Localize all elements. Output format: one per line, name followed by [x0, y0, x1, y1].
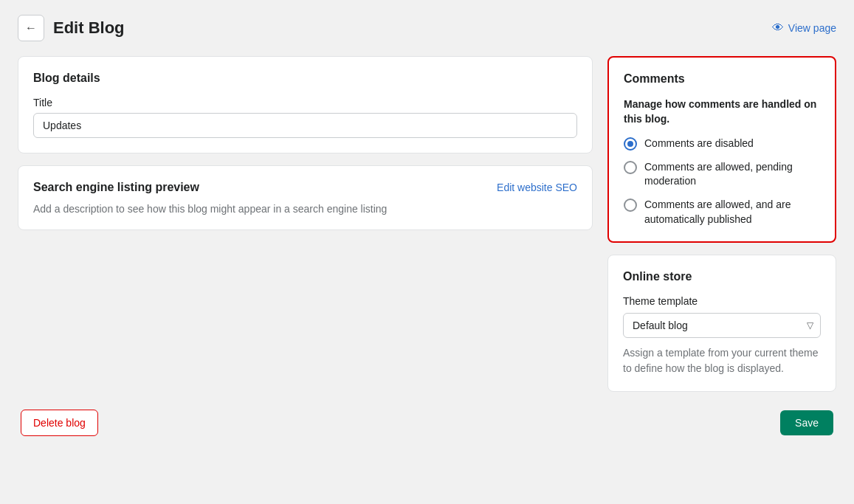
- online-store-title: Online store: [623, 270, 821, 283]
- page-header: ← Edit Blog 👁 View page: [18, 15, 836, 41]
- right-column: Comments Manage how comments are handled…: [607, 56, 836, 392]
- back-button[interactable]: ←: [18, 15, 44, 41]
- view-page-label: View page: [788, 22, 836, 34]
- radio-item-disabled[interactable]: Comments are disabled: [624, 137, 820, 151]
- seo-title: Search engine listing preview: [33, 181, 199, 194]
- radio-pending[interactable]: [624, 161, 637, 174]
- main-layout: Blog details Title Search engine listing…: [18, 56, 836, 392]
- view-page-link[interactable]: 👁 View page: [772, 21, 836, 35]
- radio-item-pending[interactable]: Comments are allowed, pending moderation: [624, 160, 820, 189]
- blog-title-input[interactable]: [33, 113, 577, 138]
- save-button[interactable]: Save: [780, 410, 833, 435]
- theme-template-label: Theme template: [623, 295, 821, 307]
- online-store-card: Online store Theme template Default blog…: [607, 255, 836, 392]
- assign-template-text: Assign a template from your current them…: [623, 345, 821, 376]
- radio-item-auto[interactable]: Comments are allowed, and are automatica…: [624, 198, 820, 227]
- header-left: ← Edit Blog: [18, 15, 125, 41]
- blog-details-title: Blog details: [33, 72, 577, 85]
- radio-pending-label: Comments are allowed, pending moderation: [644, 160, 820, 189]
- comments-radio-group: Comments are disabled Comments are allow…: [624, 137, 820, 227]
- radio-disabled-label: Comments are disabled: [644, 137, 754, 151]
- seo-card: Search engine listing preview Edit websi…: [18, 165, 593, 230]
- radio-auto[interactable]: [624, 199, 637, 212]
- seo-header: Search engine listing preview Edit websi…: [33, 181, 577, 194]
- blog-details-card: Blog details Title: [18, 56, 593, 153]
- eye-icon: 👁: [772, 21, 784, 35]
- theme-template-select[interactable]: Default blog: [623, 313, 821, 338]
- radio-auto-label: Comments are allowed, and are automatica…: [644, 198, 820, 227]
- comments-manage-text: Manage how comments are handled on this …: [624, 97, 820, 126]
- delete-blog-button[interactable]: Delete blog: [21, 410, 98, 436]
- comments-card: Comments Manage how comments are handled…: [607, 56, 836, 243]
- edit-seo-link[interactable]: Edit website SEO: [497, 182, 577, 193]
- title-label: Title: [33, 97, 577, 108]
- comments-title: Comments: [624, 72, 820, 86]
- theme-template-wrapper: Default blog ▽: [623, 313, 821, 338]
- footer-actions: Delete blog Save: [18, 410, 836, 436]
- radio-disabled[interactable]: [624, 137, 637, 151]
- left-column: Blog details Title Search engine listing…: [18, 56, 593, 230]
- back-icon: ←: [25, 21, 37, 35]
- page-title: Edit Blog: [53, 18, 125, 38]
- seo-description: Add a description to see how this blog m…: [33, 203, 577, 215]
